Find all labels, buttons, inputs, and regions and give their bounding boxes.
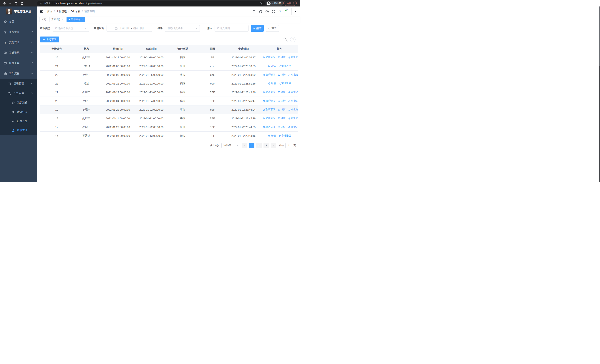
breadcrumb: 首页 / 工作流程 / OA 示例 / 请假查询 (47, 10, 95, 13)
breadcrumb-item-home[interactable]: 首页 (47, 10, 52, 13)
toggle-search-button[interactable] (283, 37, 288, 42)
security-warning[interactable]: 不安全 (40, 2, 51, 5)
date-separator: - (131, 27, 132, 30)
forward-icon[interactable] (9, 2, 12, 5)
table-tools (283, 37, 296, 42)
cancel-leave-link[interactable]: 取消请假 (262, 99, 275, 103)
sidebar-header[interactable]: 芋道管理系统 (0, 7, 37, 17)
sidebar-item-我的流程[interactable]: 我的流程 (0, 98, 37, 107)
progress-link[interactable]: 审批进度 (288, 73, 298, 76)
progress-link[interactable]: 审批进度 (288, 99, 298, 103)
detail-link-icon (278, 126, 280, 128)
main-header: 首页 / 工作流程 / OA 示例 / 请假查询 TT (37, 7, 300, 17)
detail-link[interactable]: 详情 (278, 73, 286, 76)
cancel-leave-link[interactable]: 取消请假 (262, 125, 275, 129)
sidebar-item-基础设施[interactable]: 基础设施 (0, 48, 37, 58)
detail-link[interactable]: 详情 (278, 125, 286, 129)
avatar[interactable] (284, 8, 291, 15)
detail-link[interactable]: 详情 (268, 82, 276, 85)
dropdown-caret-icon[interactable] (295, 11, 297, 12)
search-button[interactable]: 搜索 (251, 25, 264, 32)
next-page-button[interactable] (271, 143, 276, 148)
detail-link[interactable]: 详情 (268, 64, 276, 68)
cell-type: 事假 (166, 114, 199, 123)
page-button-3[interactable]: 3 (263, 143, 269, 148)
prev-page-button[interactable] (242, 143, 247, 148)
cancel-leave-link[interactable]: 取消请假 (262, 117, 275, 120)
cell-type: 病假 (166, 79, 199, 88)
progress-link[interactable]: 审批进度 (288, 56, 298, 59)
sidebar-item-工作流程[interactable]: 工作流程 (0, 68, 37, 79)
tab-process-detail[interactable]: 流程详情✕ (49, 17, 65, 22)
reason-input[interactable]: 请输入原因 (215, 25, 248, 32)
cell-applied: 2022-01-22 23:53:35 (226, 62, 261, 70)
cancel-leave-link[interactable]: 取消请假 (262, 90, 275, 94)
search-icon (284, 38, 287, 41)
refresh-table-button[interactable] (290, 37, 296, 42)
cancel-leave-link[interactable]: 取消请假 (262, 56, 275, 59)
detail-link[interactable]: 详情 (278, 90, 286, 94)
cell-start: 2022-01-22 00:00:00 (99, 123, 136, 131)
sidebar-item-label: 研发工具 (9, 62, 19, 65)
sidebar-item-待办任务[interactable]: 待办任务 (0, 107, 37, 117)
detail-link[interactable]: 详情 (278, 108, 286, 111)
progress-link[interactable]: 审批进度 (288, 90, 298, 94)
cell-status: 处理中 (73, 114, 99, 123)
sidebar-item-系统管理[interactable]: 系统管理 (0, 27, 37, 37)
progress-link[interactable]: 审批进度 (288, 117, 298, 120)
create-leave-button[interactable]: 发起请假 (40, 37, 59, 42)
bookmark-star-icon[interactable] (259, 2, 262, 5)
tab-leave-query[interactable]: 请假查询✕ (66, 17, 85, 22)
progress-link[interactable]: 审批进度 (288, 125, 298, 129)
goto-page-input[interactable]: 1 (285, 143, 292, 148)
fullscreen-icon[interactable] (272, 10, 275, 13)
reload-icon[interactable] (14, 2, 18, 5)
sidebar-item-任务管理[interactable]: 任务管理 (0, 88, 37, 98)
help-icon[interactable] (265, 10, 269, 13)
detail-link[interactable]: 详情 (278, 99, 286, 103)
menu-dots-icon[interactable] (293, 2, 293, 4)
search-icon[interactable] (252, 10, 256, 13)
breadcrumb-item-workflow[interactable]: 工作流程 (56, 10, 67, 13)
sidebar-item-流程管理[interactable]: 流程管理 (0, 79, 37, 88)
sidebar-fold-icon[interactable] (40, 10, 44, 13)
close-icon[interactable]: ✕ (61, 18, 63, 21)
progress-link[interactable]: 审批进度 (288, 108, 298, 111)
back-icon[interactable] (3, 2, 6, 5)
chevron-down-icon (195, 27, 197, 29)
apply-time-range-picker[interactable]: 开始日期 - 结束日期 (107, 25, 152, 32)
update-button[interactable]: 更新 (283, 1, 297, 6)
cancel-leave-link[interactable]: 取消请假 (262, 73, 275, 76)
detail-link[interactable]: 详情 (278, 56, 286, 59)
page-size-select[interactable]: 10条/页 (221, 143, 240, 148)
page-button-2[interactable]: 2 (256, 143, 262, 148)
cell-status: 通过 (73, 79, 99, 88)
detail-link[interactable]: 详情 (268, 134, 276, 137)
reset-button[interactable]: 重置 (266, 25, 279, 32)
sidebar-item-研发工具[interactable]: 研发工具 (0, 58, 37, 68)
sidebar-item-label: 流程管理 (14, 82, 24, 85)
detail-link[interactable]: 详情 (278, 117, 286, 120)
tab-home[interactable]: 首页 (39, 17, 48, 22)
result-select[interactable]: 请选择流结果 (165, 25, 200, 32)
page-button-1[interactable]: 1 (249, 143, 254, 148)
cell-reason: EE (199, 53, 226, 62)
progress-link[interactable]: 审批进度 (279, 64, 291, 68)
leave-type-select[interactable]: 请选择请假类型 (53, 25, 89, 32)
tab-label: 请假查询 (71, 18, 80, 21)
cancel-leave-link[interactable]: 取消请假 (262, 108, 275, 111)
breadcrumb-item-oa[interactable]: OA 示例 (71, 10, 80, 13)
font-size-icon[interactable]: TT (278, 10, 281, 14)
github-icon[interactable] (259, 10, 262, 13)
sidebar-item-支付管理[interactable]: ¥支付管理 (0, 37, 37, 48)
home-icon[interactable] (20, 2, 24, 5)
close-icon[interactable]: ✕ (81, 18, 83, 21)
cell-applied: 2022-01-22 23:46:04 (226, 105, 261, 114)
cell-end: 2022-01-19 00:00:00 (136, 53, 166, 62)
progress-link[interactable]: 审批进度 (279, 134, 291, 137)
sidebar-item-请假查询[interactable]: 请假查询 (0, 126, 37, 135)
sidebar-item-已办任务[interactable]: 已办任务 (0, 117, 37, 126)
progress-link[interactable]: 审批进度 (279, 82, 291, 85)
sidebar-item-首页[interactable]: 首页 (0, 17, 37, 27)
address-bar[interactable]: 不安全 dashboard.yudao.iocoder.cn/bpm/oa/le… (37, 1, 265, 6)
